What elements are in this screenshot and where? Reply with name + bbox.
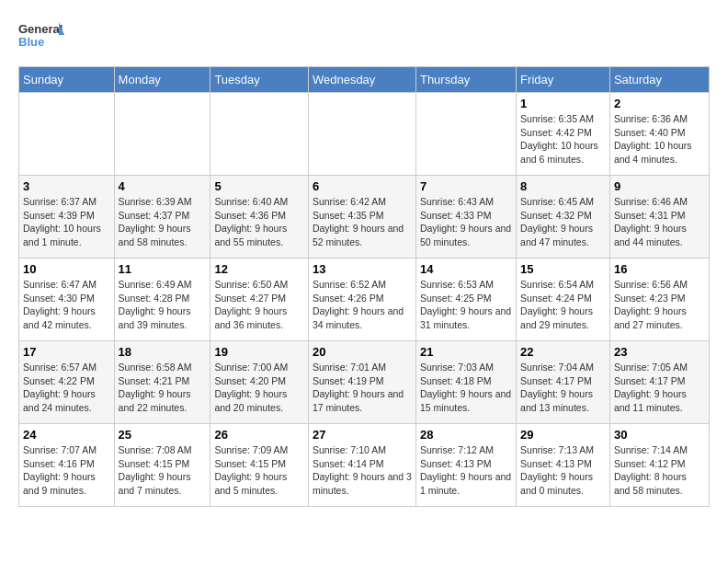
calendar-week-row: 17Sunrise: 6:57 AM Sunset: 4:22 PM Dayli… [19,341,710,424]
calendar-week-row: 1Sunrise: 6:35 AM Sunset: 4:42 PM Daylig… [19,93,710,176]
day-info: Sunrise: 7:10 AM Sunset: 4:14 PM Dayligh… [313,443,412,498]
day-info: Sunrise: 7:05 AM Sunset: 4:17 PM Dayligh… [614,361,705,415]
weekday-header: Friday [517,67,610,93]
calendar-cell: 16Sunrise: 6:56 AM Sunset: 4:23 PM Dayli… [609,259,709,341]
day-number: 30 [614,428,705,442]
weekday-header: Sunday [19,67,115,93]
day-info: Sunrise: 7:14 AM Sunset: 4:12 PM Dayligh… [614,443,705,498]
header: General Blue [18,18,710,57]
calendar-cell: 12Sunrise: 6:50 AM Sunset: 4:27 PM Dayli… [210,259,309,341]
calendar-cell: 25Sunrise: 7:08 AM Sunset: 4:15 PM Dayli… [114,424,210,507]
day-number: 9 [614,179,705,193]
calendar-cell: 26Sunrise: 7:09 AM Sunset: 4:15 PM Dayli… [210,424,309,507]
day-number: 8 [520,179,606,193]
day-number: 29 [520,428,606,442]
day-number: 11 [119,262,207,276]
calendar-cell: 22Sunrise: 7:04 AM Sunset: 4:17 PM Dayli… [517,341,610,424]
calendar-cell: 8Sunrise: 6:45 AM Sunset: 4:32 PM Daylig… [517,176,610,259]
day-info: Sunrise: 6:56 AM Sunset: 4:23 PM Dayligh… [614,278,705,332]
calendar-cell: 24Sunrise: 7:07 AM Sunset: 4:16 PM Dayli… [19,424,115,507]
calendar-cell: 10Sunrise: 6:47 AM Sunset: 4:30 PM Dayli… [19,259,115,341]
logo: General Blue [18,18,64,57]
calendar-week-row: 10Sunrise: 6:47 AM Sunset: 4:30 PM Dayli… [19,259,710,341]
calendar-cell: 14Sunrise: 6:53 AM Sunset: 4:25 PM Dayli… [415,259,516,341]
calendar-cell: 2Sunrise: 6:36 AM Sunset: 4:40 PM Daylig… [609,93,709,176]
day-info: Sunrise: 7:03 AM Sunset: 4:18 PM Dayligh… [420,361,512,415]
day-number: 24 [23,428,110,442]
day-number: 19 [214,345,304,359]
day-info: Sunrise: 6:49 AM Sunset: 4:28 PM Dayligh… [119,278,207,332]
day-info: Sunrise: 6:36 AM Sunset: 4:40 PM Dayligh… [614,112,705,167]
calendar-week-row: 3Sunrise: 6:37 AM Sunset: 4:39 PM Daylig… [19,176,710,259]
calendar-cell: 30Sunrise: 7:14 AM Sunset: 4:12 PM Dayli… [609,424,709,507]
calendar-cell [114,93,210,176]
day-info: Sunrise: 6:37 AM Sunset: 4:39 PM Dayligh… [23,195,110,249]
calendar-cell: 3Sunrise: 6:37 AM Sunset: 4:39 PM Daylig… [19,176,115,259]
day-number: 22 [520,345,606,359]
calendar-cell: 15Sunrise: 6:54 AM Sunset: 4:24 PM Dayli… [517,259,610,341]
day-number: 10 [23,262,110,276]
day-number: 20 [313,345,412,359]
day-info: Sunrise: 6:43 AM Sunset: 4:33 PM Dayligh… [420,195,512,249]
day-number: 4 [119,179,207,193]
day-info: Sunrise: 6:46 AM Sunset: 4:31 PM Dayligh… [614,195,705,249]
weekday-header: Wednesday [308,67,415,93]
day-info: Sunrise: 6:42 AM Sunset: 4:35 PM Dayligh… [313,195,412,249]
day-info: Sunrise: 7:01 AM Sunset: 4:19 PM Dayligh… [313,361,412,415]
calendar-cell: 20Sunrise: 7:01 AM Sunset: 4:19 PM Dayli… [308,341,415,424]
day-info: Sunrise: 7:09 AM Sunset: 4:15 PM Dayligh… [214,443,304,498]
calendar-cell: 19Sunrise: 7:00 AM Sunset: 4:20 PM Dayli… [210,341,309,424]
day-info: Sunrise: 7:00 AM Sunset: 4:20 PM Dayligh… [214,361,304,415]
day-info: Sunrise: 6:45 AM Sunset: 4:32 PM Dayligh… [520,195,606,249]
calendar-cell: 13Sunrise: 6:52 AM Sunset: 4:26 PM Dayli… [308,259,415,341]
calendar-cell [19,93,115,176]
day-info: Sunrise: 7:07 AM Sunset: 4:16 PM Dayligh… [23,443,110,498]
calendar-cell: 11Sunrise: 6:49 AM Sunset: 4:28 PM Dayli… [114,259,210,341]
day-number: 5 [214,179,304,193]
calendar-cell: 18Sunrise: 6:58 AM Sunset: 4:21 PM Dayli… [114,341,210,424]
day-info: Sunrise: 6:54 AM Sunset: 4:24 PM Dayligh… [520,278,606,332]
weekday-header-row: SundayMondayTuesdayWednesdayThursdayFrid… [19,67,710,93]
calendar-cell: 28Sunrise: 7:12 AM Sunset: 4:13 PM Dayli… [415,424,516,507]
calendar-cell: 29Sunrise: 7:13 AM Sunset: 4:13 PM Dayli… [517,424,610,507]
day-number: 23 [614,345,705,359]
day-number: 12 [214,262,304,276]
day-info: Sunrise: 6:40 AM Sunset: 4:36 PM Dayligh… [214,195,304,249]
calendar-cell: 1Sunrise: 6:35 AM Sunset: 4:42 PM Daylig… [517,93,610,176]
weekday-header: Thursday [415,67,516,93]
day-info: Sunrise: 6:35 AM Sunset: 4:42 PM Dayligh… [520,112,606,167]
day-number: 25 [119,428,207,442]
calendar-cell: 17Sunrise: 6:57 AM Sunset: 4:22 PM Dayli… [19,341,115,424]
calendar-cell: 5Sunrise: 6:40 AM Sunset: 4:36 PM Daylig… [210,176,309,259]
day-info: Sunrise: 6:50 AM Sunset: 4:27 PM Dayligh… [214,278,304,332]
svg-text:General: General [18,22,63,36]
day-number: 21 [420,345,512,359]
day-info: Sunrise: 6:52 AM Sunset: 4:26 PM Dayligh… [313,278,412,332]
day-info: Sunrise: 6:53 AM Sunset: 4:25 PM Dayligh… [420,278,512,332]
day-number: 18 [119,345,207,359]
day-info: Sunrise: 7:12 AM Sunset: 4:13 PM Dayligh… [420,443,512,498]
day-number: 7 [420,179,512,193]
day-number: 2 [614,97,705,110]
day-number: 6 [313,179,412,193]
calendar-cell: 9Sunrise: 6:46 AM Sunset: 4:31 PM Daylig… [609,176,709,259]
day-number: 27 [313,428,412,442]
day-number: 28 [420,428,512,442]
day-info: Sunrise: 6:57 AM Sunset: 4:22 PM Dayligh… [23,361,110,415]
calendar-cell: 6Sunrise: 6:42 AM Sunset: 4:35 PM Daylig… [308,176,415,259]
day-number: 16 [614,262,705,276]
day-number: 3 [23,179,110,193]
svg-text:Blue: Blue [18,35,44,49]
day-info: Sunrise: 6:58 AM Sunset: 4:21 PM Dayligh… [119,361,207,415]
weekday-header: Tuesday [210,67,309,93]
weekday-header: Monday [114,67,210,93]
weekday-header: Saturday [609,67,709,93]
day-number: 14 [420,262,512,276]
day-number: 1 [520,97,606,110]
day-number: 15 [520,262,606,276]
day-info: Sunrise: 7:08 AM Sunset: 4:15 PM Dayligh… [119,443,207,498]
day-number: 26 [214,428,304,442]
calendar-week-row: 24Sunrise: 7:07 AM Sunset: 4:16 PM Dayli… [19,424,710,507]
day-info: Sunrise: 6:39 AM Sunset: 4:37 PM Dayligh… [119,195,207,249]
day-info: Sunrise: 7:04 AM Sunset: 4:17 PM Dayligh… [520,361,606,415]
